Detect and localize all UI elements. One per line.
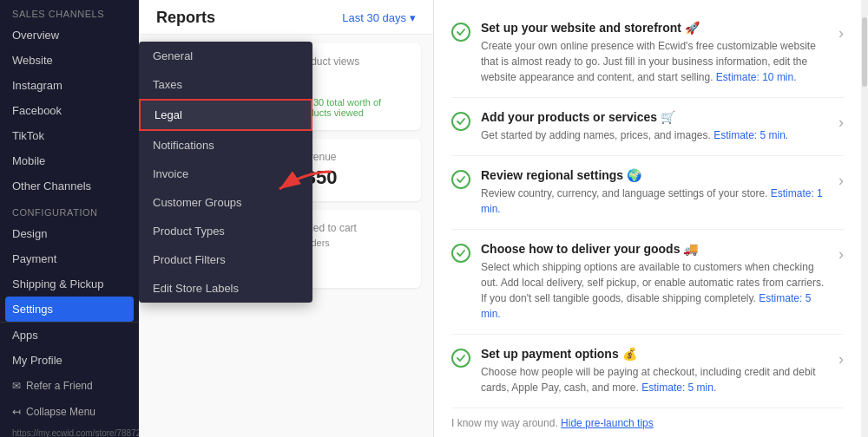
checklist-title-website: Set up your website and storefront 🚀 bbox=[481, 21, 828, 35]
checklist-item-products: Add your products or services 🛒 Get star… bbox=[451, 98, 844, 156]
footer-text: I know my way around. Hide pre-launch ti… bbox=[451, 417, 844, 429]
dropdown-item-invoice[interactable]: Invoice bbox=[139, 160, 312, 188]
sidebar-item-facebook[interactable]: Facebook bbox=[0, 98, 139, 123]
dropdown-item-customer-groups[interactable]: Customer Groups bbox=[139, 188, 312, 217]
check-circle-website bbox=[451, 23, 470, 42]
sales-channels-label: Sales channels bbox=[0, 0, 139, 23]
chevron-down-icon: ▾ bbox=[410, 11, 416, 24]
know-my-way-text: I know my way around. bbox=[451, 417, 558, 429]
sidebar-item-other-channels[interactable]: Other Channels bbox=[0, 173, 139, 199]
sidebar-item-design[interactable]: Design bbox=[0, 221, 139, 246]
scrollbar-track[interactable] bbox=[861, 0, 868, 437]
checklist-title-regional: Review regional settings 🌍 bbox=[481, 168, 828, 182]
checklist-content-website: Set up your website and storefront 🚀 Cre… bbox=[481, 21, 828, 85]
sidebar-item-settings[interactable]: Settings bbox=[5, 297, 134, 322]
sidebar-item-apps[interactable]: Apps bbox=[0, 323, 139, 348]
chevron-right-icon-website[interactable]: › bbox=[838, 24, 844, 42]
check-circle-shipping bbox=[451, 244, 470, 263]
reports-filter-button[interactable]: Last 30 days ▾ bbox=[342, 11, 416, 24]
checklist-desc-products: Get started by adding names, prices, and… bbox=[481, 127, 828, 143]
collapse-menu-button[interactable]: ↤ Collapse Menu bbox=[0, 399, 139, 425]
sidebar-item-instagram[interactable]: Instagram bbox=[0, 73, 139, 98]
dropdown-item-taxes[interactable]: Taxes bbox=[139, 70, 312, 99]
refer-label: Refer a Friend bbox=[26, 380, 93, 392]
collapse-icon: ↤ bbox=[12, 406, 21, 418]
checklist-item-shipping: Choose how to deliver your goods 🚚 Selec… bbox=[451, 230, 844, 335]
checklist-content-shipping: Choose how to deliver your goods 🚚 Selec… bbox=[481, 242, 828, 322]
sidebar-item-shipping[interactable]: Shipping & Pickup bbox=[0, 271, 139, 297]
dropdown-item-product-types[interactable]: Product Types bbox=[139, 217, 312, 245]
sidebar-item-website[interactable]: Website bbox=[0, 48, 139, 73]
checklist-desc-regional: Review country, currency, and language s… bbox=[481, 186, 828, 217]
dropdown-item-notifications[interactable]: Notifications bbox=[139, 131, 312, 160]
checklist-desc-shipping: Select which shipping options are availa… bbox=[481, 259, 828, 322]
configuration-label: Configuration bbox=[0, 199, 139, 221]
checklist-estimate-shipping: Estimate: 5 min. bbox=[481, 292, 811, 320]
center-panel: Reports Last 30 days ▾ Visitors 16 Produ… bbox=[139, 0, 434, 437]
reports-header: Reports Last 30 days ▾ bbox=[139, 0, 433, 35]
checklist-title-shipping: Choose how to deliver your goods 🚚 bbox=[481, 242, 828, 256]
check-circle-payment bbox=[451, 349, 470, 368]
checklist-estimate-regional: Estimate: 1 min. bbox=[481, 187, 823, 215]
checklist-estimate-products: Estimate: 5 min. bbox=[713, 129, 788, 141]
checklist-title-products: Add your products or services 🛒 bbox=[481, 110, 828, 124]
sidebar-item-mobile[interactable]: Mobile bbox=[0, 148, 139, 173]
sidebar: Sales channels Overview Website Instagra… bbox=[0, 0, 139, 437]
sidebar-item-overview[interactable]: Overview bbox=[0, 23, 139, 48]
checklist-container: Set up your website and storefront 🚀 Cre… bbox=[451, 9, 844, 408]
dropdown-item-general[interactable]: General bbox=[139, 42, 312, 70]
filter-label: Last 30 days bbox=[342, 11, 406, 24]
collapse-label: Collapse Menu bbox=[26, 406, 95, 418]
checklist-item-regional: Review regional settings 🌍 Review countr… bbox=[451, 156, 844, 230]
checklist-desc-website: Create your own online presence with Ecw… bbox=[481, 38, 828, 85]
chevron-right-icon-regional[interactable]: › bbox=[838, 172, 844, 190]
reports-title: Reports bbox=[156, 9, 215, 27]
chevron-right-icon-payment[interactable]: › bbox=[838, 350, 844, 369]
sidebar-item-tiktok[interactable]: TikTok bbox=[0, 123, 139, 148]
checklist-content-payment: Set up payment options 💰 Choose how peop… bbox=[481, 347, 828, 395]
sidebar-url: https://my.ecwid.com/store/78872330#lega… bbox=[0, 425, 139, 437]
dropdown-item-product-filters[interactable]: Product Filters bbox=[139, 245, 312, 274]
checklist-desc-payment: Choose how people will be paying at chec… bbox=[481, 364, 828, 395]
sidebar-item-profile[interactable]: My Profile bbox=[0, 348, 139, 373]
checklist-estimate-website: Estimate: 10 min. bbox=[716, 71, 797, 83]
settings-dropdown: General Taxes Legal Notifications Invoic… bbox=[139, 42, 312, 303]
checklist-item-payment: Set up payment options 💰 Choose how peop… bbox=[451, 335, 844, 408]
main-content: Reports Last 30 days ▾ Visitors 16 Produ… bbox=[139, 0, 868, 437]
chevron-right-icon-products[interactable]: › bbox=[838, 114, 844, 132]
checklist-content-products: Add your products or services 🛒 Get star… bbox=[481, 110, 828, 143]
check-circle-regional bbox=[451, 170, 470, 189]
gift-icon: ✉ bbox=[12, 380, 21, 392]
refer-friend-button[interactable]: ✉ Refer a Friend bbox=[0, 373, 139, 399]
sidebar-item-payment[interactable]: Payment bbox=[0, 246, 139, 271]
dropdown-item-edit-store-labels[interactable]: Edit Store Labels bbox=[139, 274, 312, 303]
dropdown-item-legal[interactable]: Legal bbox=[139, 99, 312, 131]
check-circle-products bbox=[451, 112, 470, 131]
sidebar-bottom: Apps My Profile ✉ Refer a Friend ↤ Colla… bbox=[0, 322, 139, 437]
checklist-content-regional: Review regional settings 🌍 Review countr… bbox=[481, 168, 828, 217]
hide-pre-launch-link[interactable]: Hide pre-launch tips bbox=[561, 417, 654, 429]
checklist-estimate-payment: Estimate: 5 min. bbox=[641, 382, 716, 394]
checklist-item-website: Set up your website and storefront 🚀 Cre… bbox=[451, 9, 844, 98]
right-panel: Set up your website and storefront 🚀 Cre… bbox=[434, 0, 861, 437]
scrollbar-thumb[interactable] bbox=[862, 17, 867, 87]
checklist-title-payment: Set up payment options 💰 bbox=[481, 347, 828, 361]
chevron-right-icon-shipping[interactable]: › bbox=[838, 245, 844, 264]
